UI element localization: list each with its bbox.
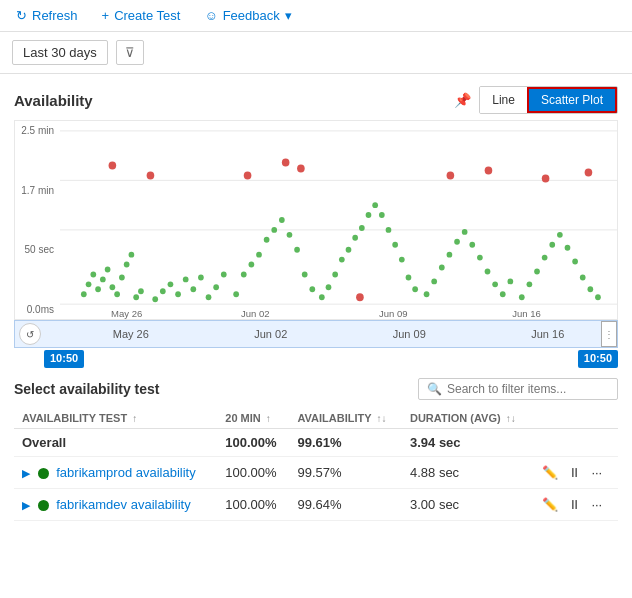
feedback-dropdown-arrow: ▾ [285,8,292,23]
row-1-action-btns: ✏️ ⏸ ··· [540,495,610,514]
svg-point-27 [183,276,189,282]
row-1-20min: 100.00% [217,489,289,521]
svg-point-32 [221,271,227,277]
svg-point-86 [587,286,593,292]
summary-duration: 3.94 sec [402,429,532,457]
search-icon: 🔍 [427,382,442,396]
pin-icon: 📌 [454,92,471,108]
time-badges-row: 10:50 10:50 [14,348,618,368]
scrubber-label-3: Jun 16 [531,328,564,340]
pause-button-0[interactable]: ⏸ [566,463,583,482]
svg-point-62 [356,293,364,301]
svg-point-89 [585,169,593,177]
chart-title: Availability [14,92,93,109]
filter-icon-button[interactable]: ⊽ [116,40,144,65]
svg-point-69 [469,242,475,248]
svg-text:Jun 09: Jun 09 [379,308,408,319]
scatter-plot-button[interactable]: Scatter Plot [527,87,617,113]
svg-point-28 [190,286,196,292]
svg-point-77 [519,294,525,300]
row-1-name: ▶ fabrikamdev availability [14,489,217,521]
svg-point-54 [366,212,372,218]
svg-point-70 [477,255,483,261]
svg-point-26 [175,291,181,297]
table-row[interactable]: ▶ fabrikamprod availability 100.00% 99.5… [14,457,618,489]
table-row[interactable]: ▶ fabrikamdev availability 100.00% 99.64… [14,489,618,521]
status-dot [38,500,49,511]
scatter-chart: 2.5 min 1.7 min 50 sec 0.0ms May 26 Jun … [14,120,618,320]
svg-point-66 [447,252,453,258]
chart-type-toggle: Line Scatter Plot [479,86,618,114]
y-label-2: 50 sec [17,244,58,255]
smiley-icon: ☺ [204,8,217,23]
date-range-button[interactable]: Last 30 days [12,40,108,65]
svg-point-87 [595,294,601,300]
svg-point-80 [542,255,548,261]
more-button-0[interactable]: ··· [589,463,604,482]
svg-point-17 [124,262,130,268]
svg-text:Jun 02: Jun 02 [241,308,270,319]
row-0-label[interactable]: fabrikamprod availability [56,465,195,480]
chart-controls: 📌 Line Scatter Plot [452,86,618,114]
table-section-title: Select availability test [14,381,160,397]
svg-point-31 [213,284,219,290]
feedback-button[interactable]: ☺ Feedback ▾ [200,6,295,25]
scrubber-reset-button[interactable]: ↺ [19,323,41,345]
expand-button-0[interactable]: ▶ [22,467,30,480]
svg-point-23 [152,296,158,302]
scrubber-label-2: Jun 09 [393,328,426,340]
search-input[interactable] [447,382,609,396]
feedback-label: Feedback [223,8,280,23]
svg-point-20 [138,288,144,294]
scrubber-label-0: May 26 [113,328,149,340]
svg-point-42 [302,271,308,277]
svg-point-74 [508,278,514,284]
svg-point-85 [580,274,586,280]
svg-point-63 [424,291,430,297]
svg-point-55 [372,202,378,208]
refresh-button[interactable]: ↻ Refresh [12,6,82,25]
search-box[interactable]: 🔍 [418,378,618,400]
svg-point-64 [431,278,437,284]
table-header: AVAILABILITY TEST ↑ 20 MIN ↑ AVAILABILIT… [14,408,618,429]
svg-point-45 [282,159,290,167]
edit-button-0[interactable]: ✏️ [540,463,560,482]
time-badge-end: 10:50 [578,350,618,368]
y-axis: 2.5 min 1.7 min 50 sec 0.0ms [15,121,60,319]
svg-point-38 [271,227,277,233]
timeline-container: ↺ May 26 Jun 02 Jun 09 Jun 16 ⋮ 10:50 10… [14,320,618,368]
svg-point-15 [114,291,120,297]
col-header-actions [532,408,618,429]
create-test-button[interactable]: + Create Test [98,6,185,25]
chart-plot[interactable]: May 26 Jun 02 Jun 09 Jun 16 [60,121,617,319]
summary-name: Overall [14,429,217,457]
svg-point-47 [319,294,325,300]
svg-point-46 [297,165,305,173]
row-1-availability: 99.64% [289,489,402,521]
create-test-label: Create Test [114,8,180,23]
svg-point-67 [454,239,460,245]
table-section: Select availability test 🔍 AVAILABILITY … [0,378,632,521]
sort-icon-1: ↑ [266,413,271,424]
summary-row: Overall 100.00% 99.61% 3.94 sec [14,429,618,457]
edit-button-1[interactable]: ✏️ [540,495,560,514]
pause-button-1[interactable]: ⏸ [566,495,583,514]
svg-point-37 [264,237,270,243]
svg-point-14 [110,284,116,290]
date-range-label: Last 30 days [23,45,97,60]
svg-point-16 [119,274,125,280]
line-chart-button[interactable]: Line [480,87,527,113]
pin-button[interactable]: 📌 [452,90,473,110]
expand-button-1[interactable]: ▶ [22,499,30,512]
svg-point-78 [527,281,533,287]
scrubber-handle-right[interactable]: ⋮ [601,321,617,347]
svg-point-59 [399,257,405,263]
summary-availability: 99.61% [289,429,402,457]
row-1-label[interactable]: fabrikamdev availability [56,497,190,512]
svg-point-49 [332,271,338,277]
more-button-1[interactable]: ··· [589,495,604,514]
sort-icon-2: ↑↓ [376,413,386,424]
timeline-scrubber[interactable]: ↺ May 26 Jun 02 Jun 09 Jun 16 ⋮ [14,320,618,348]
svg-point-9 [86,281,92,287]
svg-point-57 [386,227,392,233]
